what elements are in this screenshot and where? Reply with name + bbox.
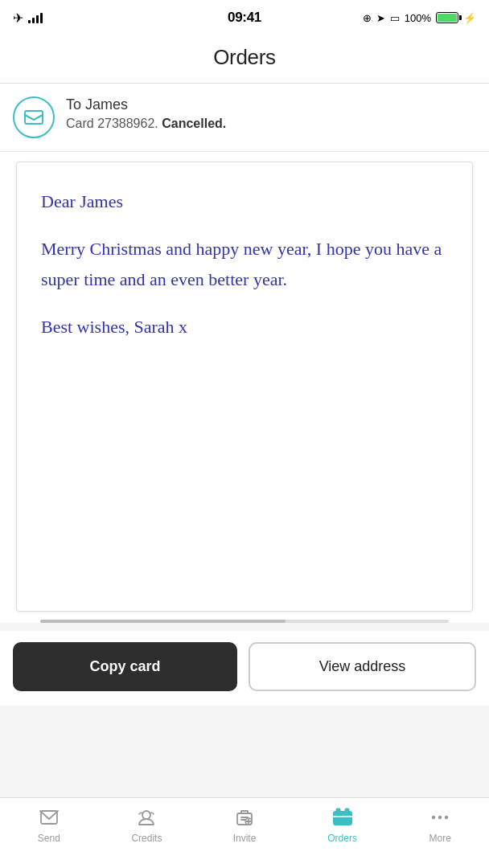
nav-item-credits[interactable]: Credits: [98, 806, 196, 844]
card-preview-wrapper: Dear James Merry Christmas and happy new…: [0, 152, 489, 623]
status-time: 09:41: [228, 10, 261, 26]
location-icon: ⊕: [363, 12, 372, 24]
charging-icon: ⚡: [463, 12, 476, 24]
card-message: Dear James Merry Christmas and happy new…: [41, 186, 448, 342]
order-item-header: To James Card 27388962. Cancelled.: [0, 84, 489, 152]
card-salutation: Dear James: [41, 186, 448, 216]
svg-rect-11: [333, 811, 352, 825]
order-info: To James Card 27388962. Cancelled.: [66, 96, 476, 131]
svg-rect-1: [41, 811, 57, 824]
nav-label-send: Send: [38, 833, 60, 844]
orders-icon: [331, 806, 354, 829]
card-preview: Dear James Merry Christmas and happy new…: [16, 162, 473, 612]
card-body: Merry Christmas and happy new year, I ho…: [41, 234, 448, 294]
content-spacer: [0, 706, 489, 802]
card-signature: Best wishes, Sarah x: [41, 312, 448, 342]
page-title-bar: Orders: [0, 35, 489, 84]
nav-item-send[interactable]: Send: [0, 806, 98, 844]
nav-item-invite[interactable]: Invite: [195, 806, 294, 844]
order-status: Cancelled.: [162, 117, 226, 130]
svg-rect-12: [336, 809, 340, 813]
status-bar: ✈ 09:41 ⊕ ➤ ▭ 100% ⚡: [0, 0, 489, 35]
credits-icon: [135, 806, 158, 829]
bottom-nav: Send Credits Invite: [0, 797, 489, 868]
main-content: To James Card 27388962. Cancelled. Dear …: [0, 84, 489, 809]
scroll-indicator: [40, 620, 449, 623]
page-title: Orders: [0, 45, 489, 70]
order-recipient: To James: [66, 96, 476, 113]
more-icon: [429, 806, 451, 829]
nav-label-orders: Orders: [327, 833, 357, 844]
card-icon: [23, 106, 45, 129]
status-bar-right: ⊕ ➤ ▭ 100% ⚡: [363, 12, 476, 24]
order-card-number: Card 27388962.: [66, 117, 158, 130]
nav-item-orders[interactable]: Orders: [294, 806, 392, 844]
svg-rect-13: [345, 809, 349, 813]
svg-point-4: [142, 811, 150, 819]
order-card-line: Card 27388962. Cancelled.: [66, 117, 476, 131]
svg-point-15: [432, 816, 435, 819]
nav-label-credits: Credits: [131, 833, 162, 844]
view-address-button[interactable]: View address: [249, 642, 476, 691]
send-icon: [38, 806, 60, 829]
airplane-icon: ✈: [13, 10, 23, 26]
scroll-thumb: [40, 620, 286, 623]
battery-percent: 100%: [405, 12, 431, 24]
action-buttons: Copy card View address: [0, 631, 489, 706]
nav-item-more[interactable]: More: [391, 806, 489, 844]
nav-label-more: More: [429, 833, 451, 844]
svg-point-17: [445, 816, 448, 819]
navigation-icon: ➤: [376, 12, 385, 24]
status-bar-left: ✈: [13, 10, 43, 26]
svg-point-16: [438, 816, 442, 819]
invite-icon: [233, 806, 256, 829]
svg-rect-0: [25, 111, 43, 124]
copy-card-button[interactable]: Copy card: [13, 642, 237, 691]
signal-bars: [28, 12, 43, 23]
display-icon: ▭: [390, 12, 400, 24]
battery-icon: [436, 12, 458, 23]
nav-label-invite: Invite: [233, 833, 257, 844]
order-avatar: [13, 96, 55, 138]
